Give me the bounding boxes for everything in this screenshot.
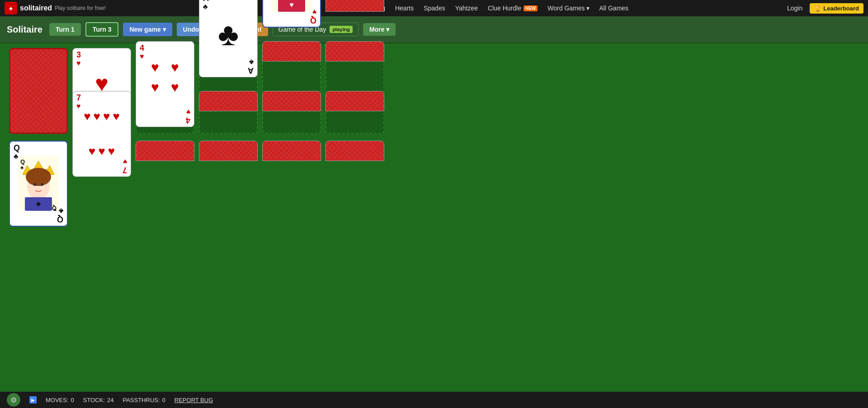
four-hearts-card[interactable]: 4 ♥ ♥ ♥ ♥ ♥ 4 ♥ bbox=[136, 41, 194, 127]
column-6-back-4[interactable] bbox=[326, 0, 384, 12]
nav-clue-hurdle[interactable]: Clue Hurdle NEW bbox=[483, 3, 542, 14]
logo[interactable]: ♠ solitaired Play solitaire for free! bbox=[5, 2, 106, 14]
more-button[interactable]: More ▾ bbox=[363, 23, 396, 36]
logo-text: solitaired bbox=[20, 4, 52, 12]
svg-text:♣: ♣ bbox=[20, 165, 24, 170]
column-6-back-1[interactable] bbox=[326, 141, 384, 161]
tagline: Play solitaire for free! bbox=[55, 5, 106, 11]
new-game-button[interactable]: New game ▾ bbox=[123, 23, 172, 36]
column-5-back-1[interactable] bbox=[262, 141, 321, 161]
turn3-button[interactable]: Turn 3 bbox=[85, 22, 119, 37]
svg-text:♥: ♥ bbox=[289, 1, 294, 9]
stock-status: STOCK: 24 bbox=[83, 397, 114, 403]
queen-clubs-card[interactable]: Q ♣ bbox=[9, 141, 68, 227]
column-3-back-1[interactable] bbox=[136, 141, 194, 161]
svg-point-5 bbox=[26, 168, 51, 186]
nav-word-games[interactable]: Word Games ▾ bbox=[543, 3, 594, 14]
seven-hearts-card[interactable]: 7 ♥ ♥ ♥ ♥ ♥ ♥ ♥ ♥ 7 ♥ bbox=[72, 91, 131, 177]
column-6-back-3[interactable] bbox=[326, 41, 384, 62]
playing-badge: playing bbox=[330, 26, 353, 33]
column-4-back-2[interactable] bbox=[199, 91, 258, 111]
column-1: Q ♣ bbox=[9, 141, 68, 227]
svg-text:♣: ♣ bbox=[36, 200, 41, 208]
column-4-back-1[interactable] bbox=[199, 141, 258, 161]
svg-point-8 bbox=[33, 183, 36, 186]
top-navigation: ♠ solitaired Play solitaire for free! So… bbox=[0, 0, 868, 16]
waste-rank-top: 3 bbox=[76, 51, 81, 59]
tableau: Q ♣ bbox=[9, 141, 859, 227]
column-5-back-2[interactable] bbox=[262, 91, 321, 111]
play-button[interactable]: ▶ bbox=[29, 396, 37, 403]
nav-right: Login 🏆 Leaderboard bbox=[783, 3, 863, 14]
leaderboard-button[interactable]: 🏆 Leaderboard bbox=[810, 3, 863, 14]
column-2: 7 ♥ ♥ ♥ ♥ ♥ ♥ ♥ ♥ 7 ♥ bbox=[72, 141, 131, 177]
game-area: 3 ♥ ♥ 3 3 ♥ Q ♣ bbox=[0, 43, 868, 408]
stock-pile[interactable] bbox=[9, 48, 68, 134]
svg-text:Q: Q bbox=[20, 158, 25, 165]
new-game-chevron-icon: ▾ bbox=[163, 26, 166, 33]
column-6-back-2[interactable] bbox=[326, 91, 384, 111]
login-button[interactable]: Login bbox=[783, 3, 806, 14]
queen-clubs-art: ♣ Q ♣ Q ♣ bbox=[18, 157, 59, 211]
new-badge: NEW bbox=[524, 5, 538, 11]
column-1-queen-clubs[interactable]: Q ♣ bbox=[9, 141, 68, 227]
word-games-chevron-icon: ▾ bbox=[586, 5, 590, 12]
queen-hearts-art: ♥ Q ♥ bbox=[271, 0, 312, 12]
game-toolbar: Solitaire Turn 1 Turn 3 New game ▾ Undo … bbox=[0, 16, 868, 43]
back-card-short-col3-1 bbox=[136, 141, 194, 161]
svg-text:♣: ♣ bbox=[53, 208, 57, 211]
column-3-four-hearts[interactable]: 4 ♥ ♥ ♥ ♥ ♥ 4 ♥ bbox=[136, 41, 194, 127]
more-chevron-icon: ▾ bbox=[386, 26, 389, 33]
ace-clubs-card[interactable]: A ♣ ♣ A ♣ bbox=[199, 0, 258, 77]
column-5-queen-hearts[interactable]: Q ♥ ♥ Q bbox=[262, 0, 321, 28]
nav-all-games[interactable]: All Games bbox=[595, 3, 633, 14]
report-bug-link[interactable]: REPORT BUG bbox=[175, 397, 213, 403]
settings-icon[interactable]: ⚙ bbox=[7, 393, 20, 407]
turn1-button[interactable]: Turn 1 bbox=[49, 23, 81, 36]
svg-text:♠: ♠ bbox=[9, 5, 13, 12]
passthrus-status: PASSTHRUS: 0 bbox=[123, 397, 165, 403]
nav-hearts[interactable]: Hearts bbox=[391, 3, 418, 14]
moves-status: MOVES: 0 bbox=[46, 397, 74, 403]
game-title: Solitaire bbox=[7, 24, 42, 35]
queen-hearts-card[interactable]: Q ♥ ♥ Q bbox=[262, 0, 321, 28]
nav-spades[interactable]: Spades bbox=[419, 3, 449, 14]
column-2-seven-hearts[interactable]: 7 ♥ ♥ ♥ ♥ ♥ ♥ ♥ ♥ 7 ♥ bbox=[72, 91, 131, 177]
logo-icon: ♠ bbox=[5, 2, 17, 14]
column-4-ace-clubs[interactable]: A ♣ ♣ A ♣ bbox=[199, 0, 258, 77]
status-bar: ⚙ ▶ MOVES: 0 STOCK: 24 PASSTHRUS: 0 REPO… bbox=[0, 392, 868, 408]
waste-suit-top: ♥ bbox=[76, 60, 81, 67]
trophy-icon: 🏆 bbox=[814, 5, 821, 12]
svg-point-9 bbox=[41, 183, 43, 186]
column-5-back-3[interactable] bbox=[262, 41, 321, 62]
nav-yahtzee[interactable]: Yahtzee bbox=[451, 3, 482, 14]
